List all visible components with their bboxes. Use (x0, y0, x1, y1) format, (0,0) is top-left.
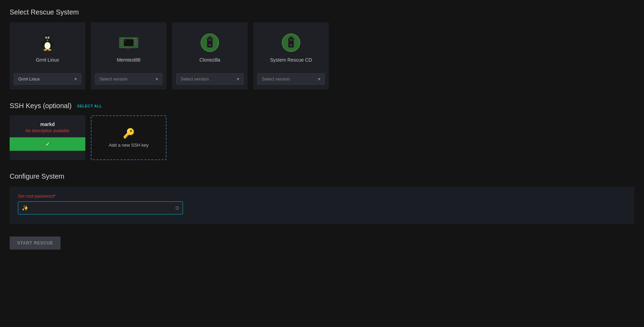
select-all-button[interactable]: SELECT ALL (77, 104, 102, 108)
svg-rect-18 (134, 42, 137, 43)
svg-point-6 (49, 37, 50, 38)
svg-point-1 (44, 42, 51, 49)
ssh-key-markd-desc: No description available (25, 128, 69, 133)
svg-rect-36 (290, 36, 292, 39)
ssh-section-title: SSH Keys (optional) (10, 102, 72, 110)
svg-point-35 (290, 44, 292, 46)
rescue-card-systemrescuecd[interactable]: System Rescue CD Select version ▼ (253, 22, 329, 89)
memtest86-version-select-wrapper[interactable]: Select version ▼ (95, 73, 162, 85)
svg-rect-19 (134, 44, 137, 45)
memtest86-label: Memtest86 (117, 57, 140, 63)
svg-rect-30 (208, 36, 211, 39)
systemrescuecd-icon (280, 32, 302, 54)
svg-point-9 (48, 49, 52, 51)
memtest86-version-select[interactable]: Select version (95, 73, 162, 85)
svg-rect-34 (289, 39, 293, 41)
ssh-key-markd[interactable]: markd No description available ✓ (10, 115, 85, 160)
root-password-label: Set root password* (18, 193, 626, 199)
root-password-input-wrapper[interactable]: ✨ ⧉ (18, 201, 183, 214)
ssh-cards-container: markd No description available ✓ 🔑 Add a… (10, 115, 634, 160)
svg-point-29 (209, 44, 211, 46)
svg-point-5 (46, 37, 47, 38)
ssh-section-header: SSH Keys (optional) SELECT ALL (10, 102, 634, 110)
systemrescuecd-version-select[interactable]: Select version (257, 73, 325, 85)
svg-point-2 (44, 35, 51, 42)
svg-rect-16 (120, 44, 123, 45)
root-password-label-text: Set root password (18, 193, 54, 199)
wand-icon: ✨ (22, 205, 29, 211)
configure-section-title: Configure System (10, 172, 634, 180)
svg-rect-14 (120, 40, 123, 41)
add-ssh-key-label: Add a new SSH key (109, 143, 149, 148)
root-password-input[interactable] (31, 202, 175, 214)
svg-point-24 (125, 40, 126, 41)
svg-rect-17 (134, 40, 137, 41)
svg-rect-28 (208, 39, 212, 41)
grml-version-select-wrapper[interactable]: Grml Linux ▼ (14, 73, 81, 85)
clonezilla-version-select-wrapper[interactable]: Select version ▼ (176, 73, 244, 85)
grml-version-select[interactable]: Grml Linux (14, 73, 81, 85)
copy-icon[interactable]: ⧉ (175, 205, 179, 211)
rescue-card-memtest86[interactable]: Memtest86 Select version ▼ (91, 22, 167, 89)
memtest86-icon (118, 32, 140, 54)
add-ssh-key-card[interactable]: 🔑 Add a new SSH key (91, 115, 167, 160)
rescue-section-title: Select Rescue System (10, 8, 634, 16)
grml-label: Grml Linux (36, 57, 59, 63)
grml-icon (36, 32, 58, 54)
clonezilla-label: Clonezilla (200, 57, 221, 63)
systemrescuecd-label: System Rescue CD (270, 57, 312, 63)
clonezilla-version-select[interactable]: Select version (176, 73, 244, 85)
configure-panel: Set root password* ✨ ⧉ (10, 187, 634, 224)
ssh-key-markd-body: markd No description available (10, 115, 85, 137)
rescue-card-clonezilla[interactable]: Clonezilla Select version ▼ (172, 22, 248, 89)
start-rescue-button[interactable]: START RESCUE (10, 236, 61, 250)
clonezilla-icon (199, 32, 221, 54)
rescue-card-grml[interactable]: Grml Linux Grml Linux ▼ (10, 22, 85, 89)
required-asterisk: * (54, 193, 56, 199)
rescue-cards-container: Grml Linux Grml Linux ▼ (10, 22, 634, 89)
ssh-key-icon: 🔑 (123, 128, 135, 139)
ssh-key-markd-selected[interactable]: ✓ (10, 137, 85, 151)
systemrescuecd-version-select-wrapper[interactable]: Select version ▼ (257, 73, 325, 85)
ssh-key-markd-name: markd (40, 122, 55, 127)
svg-rect-15 (120, 42, 123, 43)
configure-section: Configure System Set root password* ✨ ⧉ (10, 172, 634, 224)
svg-point-8 (44, 49, 47, 51)
